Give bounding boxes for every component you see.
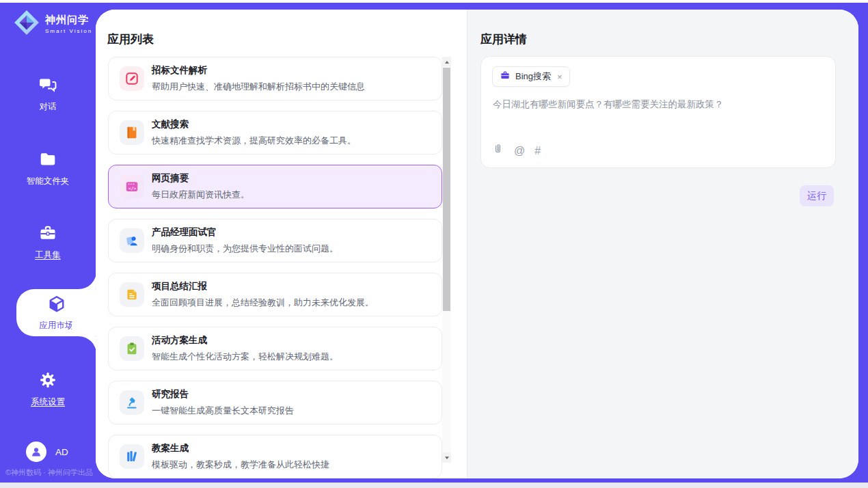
prompt-card: Bing搜索 × 今日湖北有哪些新闻要点？有哪些需要关注的最新政策？ @ # (480, 56, 836, 168)
mention-icon[interactable]: @ (514, 145, 525, 157)
app-name: 研究报告 (152, 388, 294, 401)
list-item-literature-search[interactable]: 文献搜索 快速精准查找学术资源，提高研究效率的必备工具。 (108, 111, 442, 154)
app-detail-title: 应用详情 (480, 31, 527, 47)
tag-label: Bing搜索 (515, 70, 551, 83)
sidebar-item-toolset[interactable]: 工具集 (0, 223, 96, 261)
sidebar-item-label: 系统设置 (31, 396, 65, 408)
app-desc: 每日政府新闻资讯快查。 (152, 189, 249, 201)
chat-icon (38, 75, 57, 96)
list-item-lesson-plan[interactable]: 教案生成 模板驱动，教案秒成，教学准备从此轻松快捷 (108, 435, 442, 478)
book-icon (120, 120, 144, 145)
app-desc: 明确身份和职责，为您提供专业性的面试问题。 (152, 243, 338, 255)
app-list-panel: 应用列表 招标文件解析 帮助用户快速、准确地理解和解析招标书中的关键信息 (96, 10, 467, 478)
edit-doc-icon (120, 66, 144, 91)
browser-code-icon: </> (120, 174, 144, 199)
avatar (26, 442, 46, 462)
sidebar-item-label: 工具集 (35, 249, 61, 261)
books-icon (120, 444, 144, 469)
list-item-project-summary[interactable]: 项目总结汇报 全面回顾项目进展，总结经验教训，助力未来优化发展。 (108, 273, 442, 316)
app-name: 活动方案生成 (152, 334, 338, 347)
app-list-title: 应用列表 (107, 31, 154, 47)
app-name: 招标文件解析 (152, 64, 365, 77)
app-detail-panel: 应用详情 Bing搜索 × 今日湖北有哪些新闻要点？有哪些需要关注的最新政策？ (467, 10, 858, 478)
list-item-event-plan[interactable]: 活动方案生成 智能生成个性化活动方案，轻松解决规划难题。 (108, 327, 442, 370)
logo-subtitle: Smart Vision (45, 28, 92, 34)
run-button[interactable]: 运行 (800, 185, 834, 206)
copyright-footer: ©神州数码 · 神州问学出品 (5, 467, 93, 478)
list-scrollbar[interactable] (442, 57, 451, 463)
bottom-strip (0, 483, 868, 488)
list-item-bid-doc-parse[interactable]: 招标文件解析 帮助用户快速、准确地理解和解析招标书中的关键信息 (108, 57, 442, 100)
app-desc: 快速精准查找学术资源，提高研究效率的必备工具。 (152, 135, 356, 147)
clipboard-check-icon (120, 336, 144, 361)
scroll-up-button[interactable] (442, 57, 451, 67)
app-name: 项目总结汇报 (152, 280, 374, 293)
close-icon[interactable]: × (557, 72, 562, 81)
app-desc: 帮助用户快速、准确地理解和解析招标书中的关键信息 (152, 81, 365, 93)
list-item-web-summary[interactable]: </> 网页摘要 每日政府新闻资讯快查。 (108, 165, 442, 208)
microscope-icon (120, 390, 144, 415)
app-desc: 模板驱动，教案秒成，教学准备从此轻松快捷 (152, 459, 329, 471)
note-icon (120, 282, 144, 307)
logo-title: 神州问学 (45, 14, 92, 27)
prompt-input[interactable]: 今日湖北有哪些新闻要点？有哪些需要关注的最新政策？ (493, 98, 822, 111)
hash-icon[interactable]: # (534, 145, 541, 157)
briefcase-icon (38, 223, 57, 245)
triangle-down-icon (445, 457, 449, 459)
attachment-icon[interactable] (491, 143, 504, 159)
user-account[interactable]: AD (26, 442, 68, 462)
interviewer-icon (120, 228, 144, 253)
tool-tag-bing-search[interactable]: Bing搜索 × (492, 66, 570, 87)
app-name: 教案生成 (152, 442, 329, 455)
sidebar-item-label: 对话 (40, 101, 57, 113)
app-list: 招标文件解析 帮助用户快速、准确地理解和解析招标书中的关键信息 文献搜索 (108, 57, 442, 478)
folder-icon (38, 150, 57, 171)
sidebar-item-settings[interactable]: 系统设置 (0, 370, 96, 408)
sidebar-item-label: 智能文件夹 (27, 176, 70, 187)
gear-icon (38, 370, 57, 392)
sidebar-item-smart-folder[interactable]: 智能文件夹 (0, 150, 96, 187)
app-name: 网页摘要 (152, 172, 249, 185)
sidebar-item-chat[interactable]: 对话 (0, 75, 96, 113)
cube-icon (46, 294, 67, 316)
list-item-pm-interviewer[interactable]: 产品经理面试官 明确身份和职责，为您提供专业性的面试问题。 (108, 219, 442, 262)
user-name: AD (55, 447, 68, 457)
app-name: 产品经理面试官 (152, 226, 338, 239)
list-item-research-report[interactable]: 研究报告 一键智能生成高质量长文本研究报告 (108, 381, 442, 424)
content-panel: 应用列表 招标文件解析 帮助用户快速、准确地理解和解析招标书中的关键信息 (96, 10, 858, 478)
app-window: 神州问学 Smart Vision 对话 智能文件夹 (0, 0, 868, 488)
prompt-toolbar: @ # (491, 143, 541, 159)
sidebar-item-app-market[interactable]: 应用市场 (16, 289, 96, 336)
briefcase-icon (500, 70, 511, 83)
scroll-down-button[interactable] (442, 452, 451, 463)
scrollbar-thumb[interactable] (443, 68, 450, 311)
svg-text:</>: </> (128, 186, 137, 191)
app-name: 文献搜索 (152, 118, 356, 131)
sidebar-item-label: 应用市场 (40, 320, 74, 331)
app-desc: 全面回顾项目进展，总结经验教训，助力未来优化发展。 (152, 297, 374, 309)
triangle-up-icon (445, 61, 449, 64)
app-logo: 神州问学 Smart Vision (14, 10, 92, 38)
app-desc: 智能生成个性化活动方案，轻松解决规划难题。 (152, 351, 338, 363)
app-desc: 一键智能生成高质量长文本研究报告 (152, 405, 294, 417)
diamond-logo-icon (14, 10, 40, 38)
